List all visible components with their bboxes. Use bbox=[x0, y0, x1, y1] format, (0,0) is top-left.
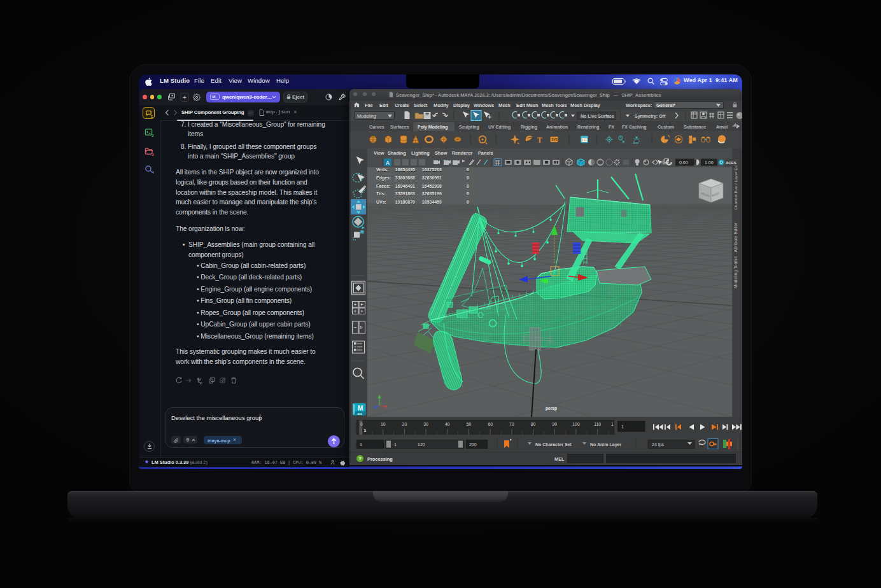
svg-text:24 fps: 24 fps bbox=[652, 442, 665, 447]
svg-text:1: 1 bbox=[611, 422, 614, 426]
svg-text:◄: ◄ bbox=[443, 158, 446, 162]
svg-text:60: 60 bbox=[488, 422, 493, 426]
svg-text:No Character Set: No Character Set bbox=[535, 442, 572, 447]
svg-text:10: 10 bbox=[381, 422, 386, 426]
svg-text:20: 20 bbox=[402, 422, 407, 426]
svg-text:200: 200 bbox=[469, 442, 477, 447]
svg-text:Symmetry: Off: Symmetry: Off bbox=[635, 114, 666, 119]
svg-text:40: 40 bbox=[445, 422, 450, 426]
svg-text:0.0.0: 0.0.0 bbox=[633, 142, 638, 144]
svg-text:100: 100 bbox=[572, 422, 580, 426]
svg-text:110: 110 bbox=[594, 422, 601, 426]
svg-text:120: 120 bbox=[418, 442, 425, 447]
svg-text:No Live Surface: No Live Surface bbox=[581, 114, 614, 118]
svg-text:80: 80 bbox=[531, 422, 536, 426]
svg-text:1.00: 1.00 bbox=[705, 160, 714, 165]
svg-text:SVG: SVG bbox=[551, 138, 558, 141]
svg-text:0.00: 0.00 bbox=[679, 160, 688, 165]
svg-text:T: T bbox=[537, 136, 542, 144]
svg-text:1: 1 bbox=[360, 442, 362, 447]
svg-text:0: 0 bbox=[360, 422, 363, 426]
svg-text:1: 1 bbox=[621, 424, 624, 430]
svg-text:30: 30 bbox=[423, 422, 428, 426]
svg-text:70: 70 bbox=[509, 422, 514, 426]
svg-text:A: A bbox=[386, 160, 390, 166]
svg-text:50: 50 bbox=[467, 422, 472, 426]
svg-text:1: 1 bbox=[394, 442, 397, 447]
svg-text:No Anim Layer: No Anim Layer bbox=[590, 442, 621, 447]
svg-text:90: 90 bbox=[553, 422, 558, 426]
svg-text:ACES: ACES bbox=[726, 161, 737, 165]
svg-text:1: 1 bbox=[363, 428, 366, 433]
svg-text:AVA: AVA bbox=[358, 412, 362, 415]
svg-text:M: M bbox=[358, 405, 363, 412]
